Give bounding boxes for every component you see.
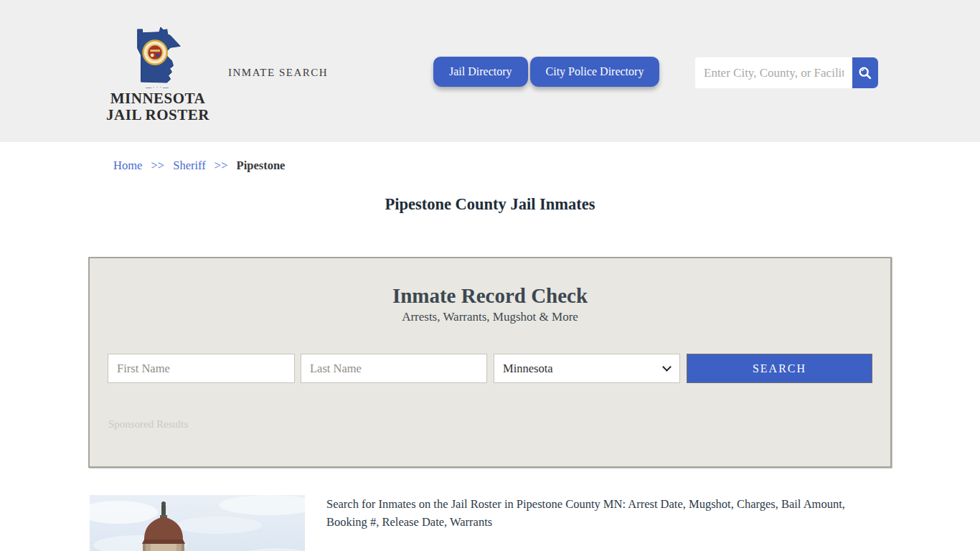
intro-paragraph: Search for Inmates on the Jail Roster in… xyxy=(326,496,857,531)
record-check-subtitle: Arrests, Warrants, Mugshot & More xyxy=(90,310,890,324)
header-search-button[interactable] xyxy=(852,57,878,88)
record-check-form: Minnesota SEARCH xyxy=(90,354,890,384)
minnesota-seal-icon xyxy=(143,41,167,65)
breadcrumb-separator: >> xyxy=(215,159,228,172)
header-search xyxy=(695,57,878,88)
page-title: Pipestone County Jail Inmates xyxy=(0,195,980,214)
sponsored-results-label: Sponsored Results xyxy=(108,418,188,430)
city-police-directory-button[interactable]: City Police Directory xyxy=(530,57,660,87)
header-nav: Jail Directory City Police Directory xyxy=(433,57,659,87)
inmate-record-check-panel: Inmate Record Check Arrests, Warrants, M… xyxy=(88,257,892,468)
courthouse-photo xyxy=(90,495,305,551)
site-logo[interactable]: —···— MINNESOTA JAIL ROSTER xyxy=(106,26,209,123)
content-text: Search for Inmates on the Jail Roster in… xyxy=(326,496,857,551)
breadcrumb-current-pipestone: Pipestone xyxy=(237,159,286,172)
logo-line-2: JAIL ROSTER xyxy=(106,107,209,123)
inmate-search-tagline: INMATE SEARCH xyxy=(228,67,328,79)
first-name-input[interactable] xyxy=(108,354,295,383)
record-search-button[interactable]: SEARCH xyxy=(687,354,872,383)
facility-search-input[interactable] xyxy=(695,57,852,88)
state-select[interactable]: Minnesota xyxy=(494,354,680,383)
breadcrumb-separator: >> xyxy=(151,159,164,172)
jail-directory-button[interactable]: Jail Directory xyxy=(433,57,528,87)
last-name-input[interactable] xyxy=(301,354,487,383)
search-icon xyxy=(857,65,873,81)
state-select-wrap: Minnesota xyxy=(494,354,680,383)
minnesota-state-icon xyxy=(133,26,183,85)
breadcrumb-sheriff-link[interactable]: Sheriff xyxy=(173,159,206,172)
header: —···— MINNESOTA JAIL ROSTER INMATE SEARC… xyxy=(0,0,980,142)
logo-line-1: MINNESOTA xyxy=(106,90,209,107)
breadcrumb-home-link[interactable]: Home xyxy=(113,159,142,172)
page: —···— MINNESOTA JAIL ROSTER INMATE SEARC… xyxy=(0,0,980,551)
record-check-title: Inmate Record Check xyxy=(90,284,890,308)
breadcrumb: Home >> Sheriff >> Pipestone xyxy=(113,159,285,173)
